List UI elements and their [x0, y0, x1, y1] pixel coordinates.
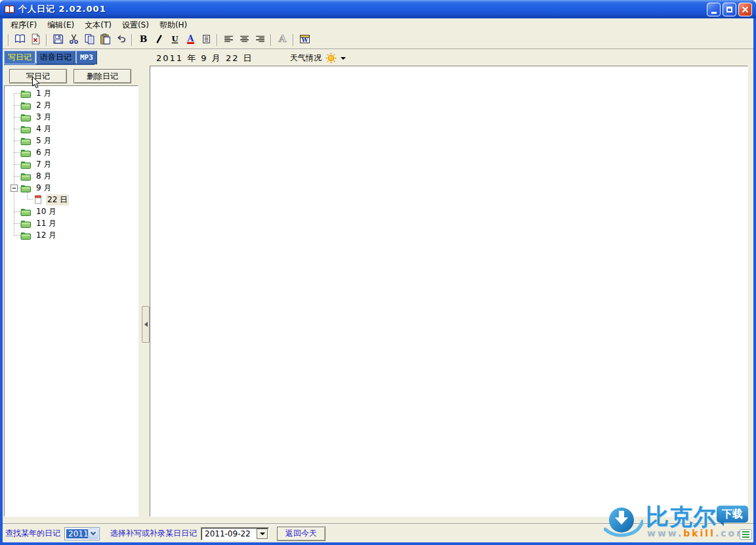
underline-button[interactable]: U [167, 33, 182, 47]
tree-connector [14, 105, 20, 106]
page-lines-icon [201, 33, 212, 47]
tree-month-label: 12 月 [35, 230, 58, 241]
tree-month-m8[interactable]: 8 月 [5, 170, 138, 182]
page-lines-button[interactable] [199, 33, 213, 47]
tree-month-label: 10 月 [35, 206, 58, 217]
weather-dropdown-icon[interactable] [341, 57, 346, 60]
open-diary-button[interactable] [12, 33, 27, 47]
tab-mp3[interactable]: MP3 [76, 51, 97, 64]
tree-month-m1[interactable]: 1 月 [5, 87, 138, 99]
folder-icon [20, 207, 32, 216]
align-right-icon [255, 33, 266, 47]
maximize-button[interactable] [723, 3, 736, 16]
window-title: 个人日记 2.02.001 [18, 3, 106, 15]
tree-day-d22[interactable]: 22 日 [5, 194, 138, 206]
mouse-cursor [32, 76, 40, 89]
tree-month-m5[interactable]: 5 月 [5, 135, 138, 146]
toolbar-separator [270, 34, 272, 46]
tab-write-diary[interactable]: 写日记 [4, 51, 35, 64]
font-style-button[interactable]: A [275, 33, 289, 47]
cut-button[interactable] [66, 33, 81, 47]
tree-month-label: 4 月 [35, 123, 52, 135]
return-today-button-label: 返回今天 [285, 528, 317, 539]
tree-month-label: 11 月 [35, 218, 58, 229]
export-word-icon: W [299, 33, 310, 47]
align-center-button[interactable] [237, 33, 251, 47]
tree-connector [14, 152, 20, 153]
tree-month-label: 1 月 [35, 88, 52, 99]
tree-month-m4[interactable]: 4 月 [5, 123, 138, 135]
tree-month-m9[interactable]: 9 月 [5, 182, 138, 194]
export-word-button[interactable]: W [297, 33, 312, 47]
font-color-button[interactable]: A [183, 33, 198, 47]
diary-page-icon [33, 195, 43, 204]
delete-diary-button-label: 删除日记 [87, 71, 118, 82]
tree-month-m10[interactable]: 10 月 [5, 206, 138, 217]
save-icon [52, 33, 64, 47]
tree-month-label: 5 月 [35, 135, 52, 146]
undo-button[interactable] [114, 33, 128, 47]
minimize-button[interactable] [707, 3, 721, 16]
splitter-collapse-handle[interactable] [142, 306, 150, 343]
toolbar-separator [46, 34, 47, 46]
tree-month-m7[interactable]: 7 月 [5, 158, 138, 170]
current-date: 2011 年 9 月 22 日 [156, 53, 253, 64]
align-right-button[interactable] [253, 33, 267, 47]
sun-icon [326, 53, 337, 64]
copy-button[interactable] [82, 33, 96, 47]
menu-edit[interactable]: 编辑(E) [42, 18, 79, 32]
date-combobox[interactable]: 2011-09-22 [201, 527, 269, 540]
align-left-icon [223, 33, 234, 47]
save-button[interactable] [51, 33, 65, 47]
tree-month-m12[interactable]: 12 月 [5, 229, 138, 241]
tab-voice-diary[interactable]: 语音日记 [36, 51, 75, 64]
tree-month-label: 9 月 [35, 183, 52, 194]
tree-connector [14, 223, 20, 224]
menu-program[interactable]: 程序(F) [5, 18, 42, 32]
tree-month-m6[interactable]: 6 月 [5, 146, 138, 158]
align-center-icon [239, 33, 250, 47]
close-icon [742, 6, 749, 13]
folder-icon [20, 230, 32, 240]
align-left-button[interactable] [221, 33, 236, 47]
diary-tree[interactable]: 1 月2 月3 月4 月5 月6 月7 月8 月9 月22 日10 月11 月1… [4, 85, 138, 517]
tree-connector [14, 164, 20, 165]
delete-diary-button[interactable]: 删除日记 [74, 69, 131, 83]
year-dropdown-button[interactable] [88, 529, 98, 539]
date-dropdown-button[interactable] [257, 529, 268, 539]
chevron-down-icon [91, 530, 96, 535]
tree-month-label: 8 月 [35, 171, 52, 182]
folder-icon [20, 124, 32, 133]
menu-settings[interactable]: 设置(S) [117, 18, 154, 32]
delete-entry-icon [30, 33, 41, 47]
menu-text[interactable]: 文本(T) [79, 18, 117, 32]
toolbar-separator [8, 34, 9, 46]
weather-control[interactable]: 天气情况 [290, 53, 346, 64]
svg-text:W: W [301, 37, 308, 43]
delete-entry-button[interactable] [28, 33, 43, 47]
paste-button[interactable] [98, 33, 112, 47]
diary-editor[interactable] [150, 66, 748, 517]
menu-help[interactable]: 帮助(H) [154, 18, 192, 32]
tree-month-m3[interactable]: 3 月 [5, 111, 138, 123]
tree-month-m2[interactable]: 2 月 [5, 99, 138, 111]
tree-month-label: 3 月 [35, 112, 52, 123]
tree-day-label: 22 日 [46, 194, 69, 206]
titlebar[interactable]: 个人日记 2.02.001 [0, 0, 756, 18]
svg-text:U: U [171, 34, 178, 43]
collapse-box-icon[interactable] [10, 185, 18, 192]
font-color-icon: A [185, 33, 196, 47]
tree-connector [27, 190, 33, 200]
app-window: 个人日记 2.02.001 程序(F)编辑(E)文本(T)设置(S)帮助(H) … [0, 0, 756, 545]
close-button[interactable] [738, 3, 752, 16]
tree-month-label: 2 月 [35, 100, 52, 111]
bold-button[interactable]: B [136, 33, 150, 47]
tabs: 写日记语音日记MP3 [4, 51, 98, 65]
year-combobox[interactable]: 2011 [64, 527, 100, 540]
return-today-button[interactable]: 返回今天 [277, 527, 326, 541]
tree-month-m11[interactable]: 11 月 [5, 217, 138, 229]
tab-row: 写日记语音日记MP3 2011 年 9 月 22 日 天气情况 [3, 50, 753, 66]
italic-button[interactable] [152, 33, 166, 47]
italic-icon [154, 33, 165, 47]
svg-text:A: A [278, 33, 286, 45]
